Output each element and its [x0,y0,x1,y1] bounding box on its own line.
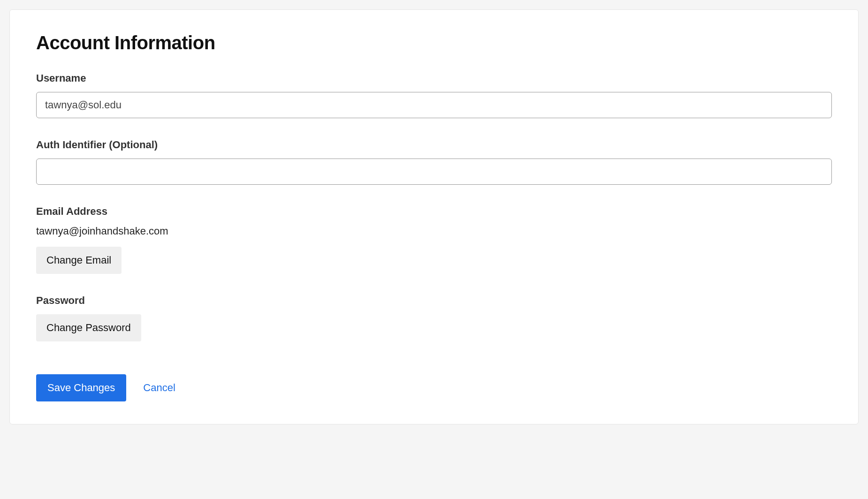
auth-identifier-field-group: Auth Identifier (Optional) [36,139,832,185]
email-value: tawnya@joinhandshake.com [36,225,832,237]
password-field-group: Password Change Password [36,295,832,341]
cancel-button[interactable]: Cancel [143,382,175,394]
account-information-card: Account Information Username Auth Identi… [9,9,859,424]
auth-identifier-input[interactable] [36,159,832,185]
save-changes-button[interactable]: Save Changes [36,374,126,401]
password-label: Password [36,295,832,307]
action-row: Save Changes Cancel [36,374,832,401]
change-email-button[interactable]: Change Email [36,247,122,274]
auth-identifier-label: Auth Identifier (Optional) [36,139,832,151]
page-title: Account Information [36,32,832,53]
username-input[interactable] [36,92,832,118]
email-field-group: Email Address tawnya@joinhandshake.com C… [36,205,832,274]
username-field-group: Username [36,72,832,118]
email-label: Email Address [36,205,832,218]
username-label: Username [36,72,832,84]
change-password-button[interactable]: Change Password [36,314,141,341]
